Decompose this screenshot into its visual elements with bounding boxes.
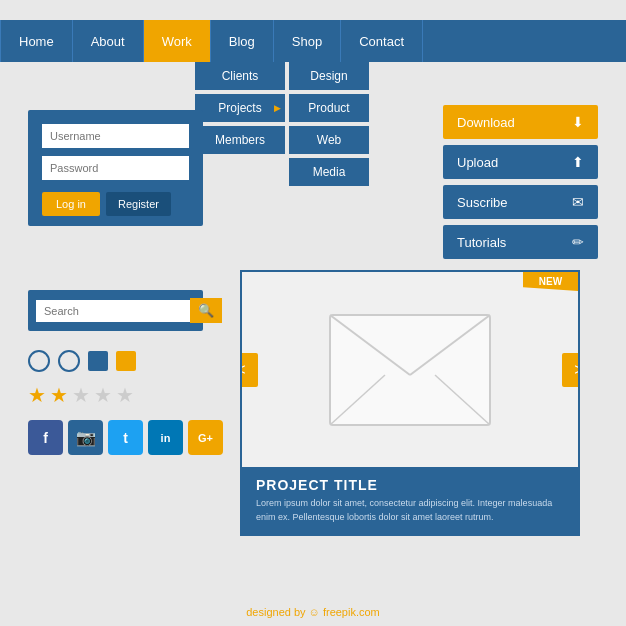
star-3[interactable]: ★ (72, 383, 90, 407)
twitter-button[interactable]: t (108, 420, 143, 455)
navigation-bar: Home About Work Blog Shop Contact (0, 20, 626, 62)
subscribe-label: Suscribe (457, 195, 508, 210)
square-icon-blue (88, 351, 108, 371)
googleplus-button[interactable]: G+ (188, 420, 223, 455)
upload-label: Upload (457, 155, 498, 170)
nav-about[interactable]: About (73, 20, 144, 62)
card-info: PROJECT TITLE Lorem ipsum dolor sit amet… (242, 467, 578, 534)
nav-contact[interactable]: Contact (341, 20, 423, 62)
card-image-area: NEW < > (242, 272, 578, 467)
instagram-button[interactable]: 📷 (68, 420, 103, 455)
svg-rect-0 (330, 315, 490, 425)
dropdown-menu: Clients Projects Members Design Product … (195, 62, 369, 186)
card-title: PROJECT TITLE (256, 477, 564, 493)
register-button[interactable]: Register (106, 192, 171, 216)
search-input[interactable] (36, 300, 190, 322)
dropdown-product[interactable]: Product (289, 94, 369, 122)
sidebar-buttons: Download ⬇ Upload ⬆ Suscribe ✉ Tutorials… (443, 105, 598, 259)
dropdown-clients[interactable]: Clients (195, 62, 285, 90)
social-buttons: f 📷 t in G+ (28, 420, 223, 455)
dropdown-col-2: Design Product Web Media (289, 62, 369, 186)
stars-rating: ★ ★ ★ ★ ★ (28, 383, 134, 407)
facebook-button[interactable]: f (28, 420, 63, 455)
dropdown-projects[interactable]: Projects (195, 94, 285, 122)
upload-icon: ⬆ (572, 154, 584, 170)
star-4[interactable]: ★ (94, 383, 112, 407)
username-input[interactable] (42, 124, 189, 148)
circle-icon-2 (58, 350, 80, 372)
login-buttons: Log in Register (42, 192, 189, 216)
download-icon: ⬇ (572, 114, 584, 130)
search-box: 🔍 (28, 290, 203, 331)
card-next-button[interactable]: > (562, 353, 578, 387)
login-box: Log in Register (28, 110, 203, 226)
circle-icon-1 (28, 350, 50, 372)
password-input[interactable] (42, 156, 189, 180)
footer: designed by ☺ freepik.com (0, 606, 626, 618)
card-description: Lorem ipsum dolor sit amet, consectetur … (256, 497, 564, 524)
footer-brand: freepik.com (323, 606, 380, 618)
login-button[interactable]: Log in (42, 192, 100, 216)
star-2[interactable]: ★ (50, 383, 68, 407)
download-button[interactable]: Download ⬇ (443, 105, 598, 139)
star-1[interactable]: ★ (28, 383, 46, 407)
project-card: NEW < > PROJECT TITLE Lorem ipsum dolor … (240, 270, 580, 536)
footer-icon: ☺ (309, 606, 320, 618)
tutorials-button[interactable]: Tutorials ✏ (443, 225, 598, 259)
dropdown-media[interactable]: Media (289, 158, 369, 186)
subscribe-button[interactable]: Suscribe ✉ (443, 185, 598, 219)
subscribe-icon: ✉ (572, 194, 584, 210)
tutorials-label: Tutorials (457, 235, 506, 250)
tutorials-icon: ✏ (572, 234, 584, 250)
nav-home[interactable]: Home (0, 20, 73, 62)
new-badge: NEW (523, 272, 578, 291)
nav-work[interactable]: Work (144, 20, 211, 62)
nav-shop[interactable]: Shop (274, 20, 341, 62)
search-button[interactable]: 🔍 (190, 298, 222, 323)
dropdown-col-1: Clients Projects Members (195, 62, 285, 186)
dropdown-design[interactable]: Design (289, 62, 369, 90)
icons-row (28, 350, 136, 372)
dropdown-web[interactable]: Web (289, 126, 369, 154)
nav-blog[interactable]: Blog (211, 20, 274, 62)
envelope-icon (325, 305, 495, 435)
card-prev-button[interactable]: < (242, 353, 258, 387)
dropdown-members[interactable]: Members (195, 126, 285, 154)
square-icon-orange (116, 351, 136, 371)
linkedin-button[interactable]: in (148, 420, 183, 455)
footer-text: designed by (246, 606, 308, 618)
star-5[interactable]: ★ (116, 383, 134, 407)
upload-button[interactable]: Upload ⬆ (443, 145, 598, 179)
download-label: Download (457, 115, 515, 130)
